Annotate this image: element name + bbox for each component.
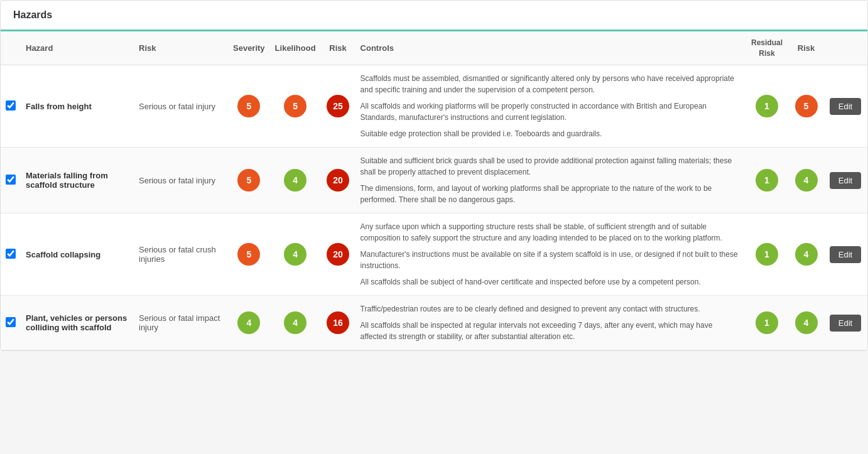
table-row: Plant, vehicles or persons colliding wit… xyxy=(1,296,867,350)
row-checkbox[interactable] xyxy=(6,100,16,111)
residual-risk-badge: 4 xyxy=(795,243,818,266)
edit-button[interactable]: Edit xyxy=(830,246,861,263)
table-row: Scaffold collapsingSerious or fatal crus… xyxy=(1,213,867,296)
col-header-risk2: Risk xyxy=(789,31,823,65)
hazard-name: Plant, vehicles or persons colliding wit… xyxy=(26,313,127,332)
residual-risk-badge: 5 xyxy=(795,95,818,117)
risk-score-badge: 20 xyxy=(327,169,349,192)
risk-score-badge: 25 xyxy=(327,95,349,117)
col-header-edit xyxy=(823,31,867,65)
control-item: Suitable edge protection shall be provid… xyxy=(361,128,740,139)
control-item: Manufacturer's instructions must be avai… xyxy=(361,249,740,271)
residual-badge: 1 xyxy=(756,169,778,192)
likelihood-badge: 4 xyxy=(284,243,307,266)
severity-badge: 5 xyxy=(237,243,260,266)
control-item: Suitable and sufficient brick guards sha… xyxy=(361,155,740,178)
col-header-residual-risk: ResidualRisk xyxy=(745,31,789,65)
edit-button[interactable]: Edit xyxy=(830,315,861,332)
risk-description: Serious or fatal injury xyxy=(139,102,215,111)
residual-risk-badge: 4 xyxy=(795,169,818,192)
controls-text: Traffic/pedestrian routes are to be clea… xyxy=(361,303,740,342)
row-checkbox[interactable] xyxy=(6,175,16,185)
risk-score-badge: 16 xyxy=(327,311,349,334)
col-header-checkbox xyxy=(1,31,21,65)
severity-badge: 4 xyxy=(237,311,260,334)
severity-badge: 5 xyxy=(237,95,260,117)
col-header-risk: Risk xyxy=(134,31,228,65)
hazard-name: Scaffold collapsing xyxy=(26,250,100,259)
table-row: Materials falling from scaffold structur… xyxy=(1,148,867,213)
control-item: All scaffolds and working platforms will… xyxy=(361,100,740,123)
control-item: All scaffolds shall be subject of hand-o… xyxy=(361,276,740,288)
control-item: Traffic/pedestrian routes are to be clea… xyxy=(361,303,740,315)
row-checkbox[interactable] xyxy=(6,317,16,327)
col-header-risk-score: Risk xyxy=(321,31,355,65)
col-header-controls: Controls xyxy=(355,31,745,65)
risk-description: Serious or fatal injury xyxy=(139,176,215,185)
hazards-table-container: Hazard Risk Severity Likelihood Risk Con… xyxy=(1,31,867,350)
controls-text: Any surface upon which a supporting stru… xyxy=(361,221,740,288)
residual-badge: 1 xyxy=(756,243,778,266)
table-header-row: Hazard Risk Severity Likelihood Risk Con… xyxy=(1,31,867,65)
hazards-panel: Hazards Hazard Risk Severity Likelihood … xyxy=(0,0,868,351)
risk-description: Serious or fatal crush injuries xyxy=(139,245,216,264)
hazards-table: Hazard Risk Severity Likelihood Risk Con… xyxy=(1,31,867,350)
severity-badge: 5 xyxy=(237,169,260,192)
panel-header: Hazards xyxy=(1,1,867,31)
control-item: The dimensions, form, and layout of work… xyxy=(361,183,740,205)
likelihood-badge: 5 xyxy=(284,95,307,117)
controls-text: Scaffolds must be assembled, dismantled … xyxy=(361,73,740,139)
control-item: All scaffolds shall be inspected at regu… xyxy=(361,320,740,342)
table-row: Falls from heightSerious or fatal injury… xyxy=(1,65,867,148)
residual-risk-badge: 4 xyxy=(795,311,818,334)
row-checkbox[interactable] xyxy=(6,249,16,259)
hazard-name: Materials falling from scaffold structur… xyxy=(26,171,108,190)
page-title: Hazards xyxy=(13,9,855,21)
control-item: Any surface upon which a supporting stru… xyxy=(361,221,740,244)
edit-button[interactable]: Edit xyxy=(830,98,861,115)
control-item: Scaffolds must be assembled, dismantled … xyxy=(361,73,740,95)
col-header-severity: Severity xyxy=(228,31,270,65)
col-header-hazard: Hazard xyxy=(21,31,134,65)
risk-score-badge: 20 xyxy=(327,243,349,266)
residual-risk-label: ResidualRisk xyxy=(751,38,783,58)
hazard-name: Falls from height xyxy=(26,102,92,111)
residual-badge: 1 xyxy=(756,95,778,117)
edit-button[interactable]: Edit xyxy=(830,172,861,189)
residual-badge: 1 xyxy=(756,311,778,334)
likelihood-badge: 4 xyxy=(284,311,307,334)
risk-description: Serious or fatal impact injury xyxy=(139,313,220,332)
controls-text: Suitable and sufficient brick guards sha… xyxy=(361,155,740,205)
col-header-likelihood: Likelihood xyxy=(270,31,321,65)
likelihood-badge: 4 xyxy=(284,169,307,192)
